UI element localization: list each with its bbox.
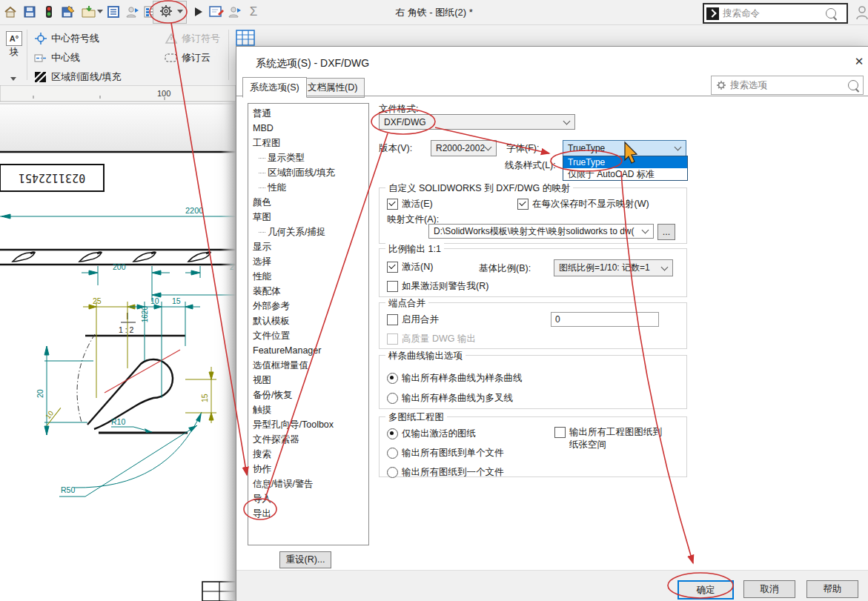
block-label: 块 [10,46,19,59]
options-search-box[interactable]: 搜索选项 [711,76,864,95]
base-scale-label: 基体比例(B): [479,262,531,275]
scale-warn-row[interactable]: 如果激活则警告我(R) [387,280,488,293]
nav-item-relations-snaps[interactable]: 几何关系/捕捉 [248,225,368,239]
account-user-icon[interactable] [855,4,868,24]
tab-document-properties[interactable]: 文档属性(D) [300,78,365,98]
base-scale-dropdown[interactable]: 图纸比例=1/10: 记数=1 [554,259,673,276]
command-search-box[interactable]: 搜索命令 [703,3,848,24]
nav-item-colors[interactable]: 颜色 [248,195,368,210]
svg-text:15: 15 [200,394,209,402]
nav-item-touch[interactable]: 触摸 [248,402,368,417]
mapping-noshow-checkbox[interactable] [517,199,529,210]
revision-symbol-item[interactable]: 修订符号 [165,31,220,46]
tab-system-options[interactable]: 系统选项(S) [242,77,307,98]
version-label: 版本(V): [379,142,412,155]
endpoint-merge-group: 端点合并 启用合并 0 高质量 DWG 输出 [379,302,687,349]
centerline-icon [34,52,47,64]
nav-item-file-locations[interactable]: 文件位置 [248,328,368,343]
scale-output-group: 比例输出 1:1 激活(N) 基体比例(B): 图纸比例=1/10: 记数=1 … [379,248,687,297]
sheets-to-single-files-row[interactable]: 输出所有图纸到单个文件 [387,447,504,459]
spline-as-polyline-radio[interactable] [387,393,398,404]
file-format-dropdown[interactable]: DXF/DWG [379,114,575,130]
nav-item-search[interactable]: 搜索 [248,447,368,462]
nav-item-display-style[interactable]: 显示类型 [248,150,368,165]
nav-item-display[interactable]: 显示 [248,239,368,254]
nav-item-mbd[interactable]: MBD [248,121,368,136]
sheets-to-one-file-row[interactable]: 输出所有图纸到一个文件 [387,466,504,479]
system-options-dialog: 系统选项(S) - DXF/DWG ✕ 系统选项(S) 文档属性(D) 搜索选项… [236,46,868,601]
scale-activate-checkbox[interactable] [387,262,398,273]
block-dropdown-caret[interactable] [10,77,16,81]
block-button[interactable]: A° 块 [6,31,22,59]
nav-item-collaboration[interactable]: 协作 [248,462,368,477]
mapping-activate-row[interactable]: 激活(E) [387,198,433,210]
enable-merge-checkbox[interactable] [387,314,398,325]
ok-button[interactable]: 确定 [677,580,734,600]
revision-cloud-item[interactable]: 修订云 [165,50,211,65]
drawing-viewport[interactable]: 100 0231122451 2200 200 2 1620 I 1 : [0,85,236,601]
reset-button[interactable]: 重设(R)... [279,551,331,568]
detail-scale: 1 : 2 [119,325,134,334]
nav-item-assemblies[interactable]: 装配体 [248,284,368,299]
nav-item-view[interactable]: 视图 [248,373,368,388]
spline-as-polyline-row[interactable]: 输出所有样条曲线为多叉线 [387,392,513,405]
version-dropdown[interactable]: R2000-2002 [431,140,497,156]
nav-item-backup-recover[interactable]: 备份/恢复 [248,388,368,402]
active-sheet-only-radio[interactable] [387,428,398,439]
spline-as-spline-radio[interactable] [387,373,398,384]
dim-25[interactable] [83,302,135,398]
scale-warn-checkbox[interactable] [387,281,398,292]
dim-20[interactable] [44,346,93,435]
options-search-gear-icon [716,80,726,90]
export-paper-space-row[interactable]: 输出所有工程图图纸到 纸张空间 [554,426,682,451]
spline-as-spline-row[interactable]: 输出所有样条曲线为样条曲线 [387,372,523,385]
mapping-group: 自定义 SOLIDWORKS 到 DXF/DWG 的映射 激活(E) 在每次保存… [379,187,687,244]
dim-10b[interactable]: 10 [40,402,61,425]
high-quality-row[interactable]: 高质量 DWG 输出 [387,333,476,345]
nav-item-drawings[interactable]: 工程图 [248,136,368,150]
nav-item-featuremanager[interactable]: FeatureManager [248,343,368,358]
centerline-item[interactable]: 中心线 [34,50,80,65]
sheets-to-one-file-radio[interactable] [387,467,398,478]
nav-item-import[interactable]: 导入 [248,491,368,506]
command-search-icon [706,7,719,20]
nav-item-messages-errors[interactable]: 信息/错误/警告 [248,477,368,491]
scale-activate-row[interactable]: 激活(N) [387,261,433,273]
area-hatch-item[interactable]: 区域剖面线/填充 [34,70,122,84]
high-quality-checkbox[interactable] [387,333,398,345]
nav-item-export[interactable]: 导出 [248,506,368,521]
sheets-to-single-files-radio[interactable] [387,448,398,459]
nav-item-performance[interactable]: 性能 [248,269,368,284]
multi-sheet-group: 多图纸工程图 仅输出激活的图纸 输出所有工程图图纸到 纸张空间 输出所有图纸到单… [379,416,687,477]
browse-button[interactable]: ... [657,224,675,240]
nav-item-selection[interactable]: 选择 [248,254,368,269]
nav-item-spin-box[interactable]: 选值框增量值 [248,358,368,373]
help-button[interactable]: 帮助 [806,580,858,598]
mapping-file-dropdown[interactable]: D:\SolidWorks模板\映射文件\映射solidworks to dw( [428,224,654,239]
nav-item-external-references[interactable]: 外部参考 [248,299,368,313]
search-magnifier-icon[interactable] [826,8,836,19]
close-icon[interactable]: ✕ [852,54,867,69]
nav-item-hole-wizard-toolbox[interactable]: 异型孔向导/Toolbox [248,417,368,432]
nav-item-default-templates[interactable]: 默认模板 [248,313,368,328]
nav-item-performance-sub[interactable]: 性能 [248,180,368,195]
cancel-button[interactable]: 取消 [743,580,795,598]
nav-item-area-hatch[interactable]: 区域剖面线/填充 [248,165,368,180]
export-paper-space-checkbox[interactable] [554,427,566,438]
center-mark-item[interactable]: 中心符号线 [34,31,99,46]
svg-text:25: 25 [93,296,102,305]
nav-item-sketch[interactable]: 草图 [248,210,368,225]
nav-item-file-explorer[interactable]: 文件探索器 [248,432,368,447]
active-sheet-only-row[interactable]: 仅输出激活的图纸 [387,428,476,440]
font-option-truetype[interactable]: TrueType [563,156,687,168]
enable-merge-row[interactable]: 启用合并 [387,313,439,326]
font-dropdown[interactable]: TrueType [563,140,686,156]
font-option-autocad[interactable]: 仅限于 AutoCAD 标准 [563,168,687,180]
mapping-noshow-row[interactable]: 在每次保存时不显示映射(W) [517,198,649,210]
dim-r10: R10 [111,417,125,426]
merge-distance-input[interactable]: 0 [551,312,659,327]
mapping-activate-checkbox[interactable] [387,199,398,210]
nav-item-general[interactable]: 普通 [248,106,368,121]
revision-cloud-icon [165,52,178,64]
options-search-magnifier-icon[interactable] [848,80,858,90]
